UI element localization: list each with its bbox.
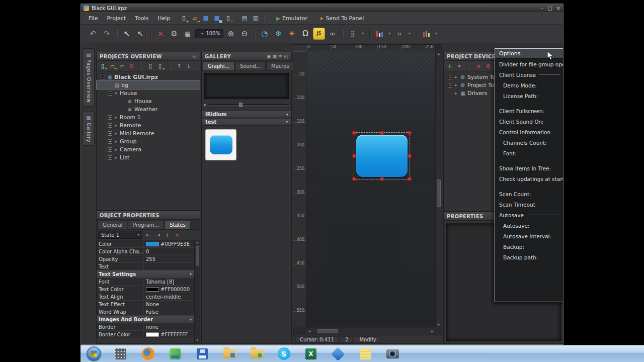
delete-page-icon[interactable]: ⊘ xyxy=(127,61,136,70)
panel-menu-icon[interactable]: ◱ xyxy=(192,54,197,59)
detach-panel-icon[interactable]: ◱ xyxy=(284,54,288,59)
state-combo[interactable]: State 1 ▾ xyxy=(98,231,142,239)
taskbar-skype[interactable]: S xyxy=(274,346,294,361)
menu-item[interactable]: Autosave Interval: xyxy=(495,231,564,241)
new-project-icon[interactable]: ▯ + xyxy=(179,13,189,23)
gallery-grid-icon[interactable]: ⣿ xyxy=(347,28,359,40)
caret-icon[interactable]: ▾ xyxy=(434,28,439,40)
property-value[interactable]: #FFFFFFFF xyxy=(144,332,194,337)
selection-handle[interactable] xyxy=(353,177,356,181)
canvas-page[interactable] xyxy=(306,51,435,327)
gallery-item[interactable] xyxy=(205,129,236,160)
selection-handle[interactable] xyxy=(353,131,356,135)
expander-icon[interactable]: + xyxy=(108,131,112,136)
expander-icon[interactable]: + xyxy=(448,75,452,79)
scrollbar-thumb[interactable] xyxy=(196,246,199,265)
menu-item[interactable]: Client License xyxy=(495,69,564,80)
property-value[interactable]: False xyxy=(144,309,194,315)
clear-devices-icon[interactable]: ⊘ xyxy=(484,61,493,70)
delete-object-icon[interactable]: × xyxy=(154,28,167,40)
expander-icon[interactable]: + xyxy=(108,115,112,120)
selection-handle[interactable] xyxy=(408,177,412,181)
select-tool-icon[interactable]: ↖ xyxy=(121,28,133,40)
zoom-level-combo[interactable]: ▾ 100% xyxy=(195,29,223,38)
tree-item[interactable]: ≡ House xyxy=(97,97,200,105)
menu-item[interactable]: Backup path: xyxy=(495,252,564,262)
tree-item[interactable]: + ▸ Room 1 xyxy=(97,113,200,121)
taskbar-notes[interactable] xyxy=(355,346,375,361)
menu-item[interactable]: Tools xyxy=(130,14,153,23)
menu-item[interactable]: Client Sound On: xyxy=(495,116,564,127)
menu-item[interactable]: Scan Count: xyxy=(495,189,564,199)
paste-page-icon[interactable]: ▯ ▸ xyxy=(155,61,165,70)
taskbar-firefox[interactable] xyxy=(138,346,158,361)
view-grid-icon[interactable]: ▦ xyxy=(273,54,277,59)
scrollbar-thumb[interactable] xyxy=(317,329,338,333)
menu-item[interactable]: Control Information xyxy=(495,127,564,137)
expander-icon[interactable]: + xyxy=(108,147,112,152)
scroll-down-icon[interactable]: ▾ xyxy=(196,338,198,343)
taskbar-device-tool[interactable] xyxy=(165,346,185,361)
gallery-group-iridium[interactable]: iRidium ◂ xyxy=(202,111,291,118)
menu-item[interactable]: License Path: xyxy=(495,90,564,101)
taskbar-save-tool[interactable] xyxy=(192,346,212,361)
selection-handle[interactable] xyxy=(380,177,384,181)
scroll-left-icon[interactable]: ◂ xyxy=(306,329,312,333)
slider-play-icon[interactable]: ▸ xyxy=(204,103,206,107)
tree-item[interactable]: + ▸ Group xyxy=(97,137,200,145)
scrollbar-thumb[interactable] xyxy=(437,179,441,207)
tree-item[interactable]: − ▾ House xyxy=(97,89,200,97)
taskbar-folder-green[interactable] xyxy=(247,346,267,361)
property-row[interactable]: Word Wrap False xyxy=(97,308,194,316)
objprops-tab[interactable]: States xyxy=(165,221,191,229)
expander-icon[interactable]: − xyxy=(101,75,105,79)
show-grid-icon[interactable]: ▦ xyxy=(182,28,194,40)
back-icon[interactable]: ↶ xyxy=(87,28,99,40)
menu-item[interactable]: File xyxy=(84,14,102,23)
selection-handle[interactable] xyxy=(408,154,412,158)
expander-icon[interactable]: + xyxy=(448,83,452,87)
menu-item[interactable]: Demo Mode: xyxy=(495,80,564,90)
objprops-tab[interactable]: Program... xyxy=(128,221,164,229)
tab-pages-overview[interactable]: ▤ Pages Overview xyxy=(83,48,95,107)
scroll-down-icon[interactable]: ▾ xyxy=(436,323,442,327)
property-value[interactable]: #FF000000 xyxy=(144,287,194,292)
view-icons-icon[interactable]: ▣ xyxy=(267,54,271,59)
property-row[interactable]: Text xyxy=(97,263,194,270)
project-info-icon[interactable]: ◔ xyxy=(259,28,271,40)
expander-icon[interactable]: + xyxy=(108,123,112,128)
taskbar-blue-app[interactable] xyxy=(328,346,348,361)
menu-item[interactable]: Help xyxy=(153,14,175,23)
tree-item[interactable]: + ▸ Mini Remote xyxy=(97,129,200,137)
gallery-tab[interactable]: Graphi... xyxy=(203,62,234,70)
script-editor-icon[interactable]: JS xyxy=(313,28,325,40)
delete-device-icon[interactable]: × xyxy=(474,61,483,70)
property-value[interactable]: None xyxy=(144,302,194,307)
close-project-icon[interactable]: ▯ × xyxy=(223,13,233,23)
menu-item[interactable]: Show Items In Tree: xyxy=(495,163,564,173)
property-value[interactable]: center-middle xyxy=(144,294,194,300)
caret-icon[interactable]: ▾ xyxy=(387,28,392,40)
effects-icon[interactable]: ❄ xyxy=(272,28,284,40)
next-state-icon[interactable]: → xyxy=(153,231,162,239)
tree-item[interactable]: ▤ bg xyxy=(97,81,200,89)
menu-item[interactable]: Autosave: xyxy=(495,220,564,231)
selection-handle[interactable] xyxy=(353,154,356,158)
slider-groove[interactable] xyxy=(209,104,289,106)
selection-handle[interactable] xyxy=(380,131,384,135)
add-state-icon[interactable]: + xyxy=(163,231,172,239)
property-row[interactable]: Text Settings ▾ xyxy=(97,270,194,278)
objprops-tab[interactable]: General xyxy=(98,221,127,229)
emulator-button[interactable]: ▶ Emulator xyxy=(274,14,309,23)
open-project-icon[interactable]: ▱ → xyxy=(190,13,200,23)
menu-item[interactable]: Client Fullscreen: xyxy=(495,106,564,116)
property-row[interactable]: Text Align center-middle xyxy=(97,293,194,301)
import-panel-icon[interactable]: ▤ xyxy=(239,13,250,23)
folder-icon[interactable]: ▱ xyxy=(117,61,126,70)
maximize-button[interactable]: □ xyxy=(547,6,552,11)
property-row[interactable]: Images And Border ▾ xyxy=(97,316,194,323)
delete-state-icon[interactable]: × xyxy=(173,231,181,239)
save-all-icon[interactable]: ■ ■ xyxy=(212,13,222,23)
scroll-right-icon[interactable]: ▸ xyxy=(429,329,435,333)
import-page-icon[interactable]: ▱ → xyxy=(108,61,117,70)
